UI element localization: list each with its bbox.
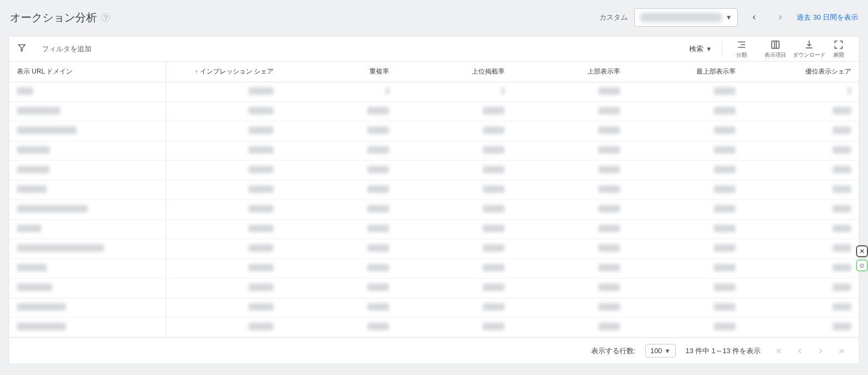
- table-row[interactable]: [9, 279, 859, 298]
- page-title: オークション分析: [10, 10, 97, 25]
- widget-close-icon[interactable]: ✕: [856, 245, 868, 257]
- cell-value: [628, 279, 743, 298]
- col-impr-share[interactable]: ↑インプレッション シェア: [166, 62, 282, 82]
- date-prev-button[interactable]: [744, 8, 764, 27]
- cell-value: [166, 82, 282, 102]
- table-row[interactable]: [9, 161, 859, 180]
- table-row[interactable]: [9, 141, 859, 161]
- cell-value: [281, 220, 397, 239]
- caret-down-icon: ▼: [706, 45, 712, 53]
- table-row[interactable]: [9, 259, 859, 279]
- cell-value: [628, 239, 743, 259]
- table-row[interactable]: [9, 102, 859, 122]
- date-range-select[interactable]: ▼: [634, 8, 738, 27]
- table-row[interactable]: [9, 122, 859, 141]
- date-range-value-hidden: [640, 13, 722, 22]
- cell-domain: [9, 161, 166, 180]
- cell-value: [743, 200, 859, 220]
- floating-widget[interactable]: ✕ ☺: [856, 245, 868, 271]
- col-abs-top[interactable]: 最上部表示率: [628, 62, 743, 82]
- cell-domain: [9, 259, 166, 279]
- cell-value: [512, 161, 628, 180]
- show-last-30-days-link[interactable]: 過去 30 日間を表示: [797, 13, 858, 22]
- download-label: ダウンロード: [793, 51, 825, 59]
- cell-value: [512, 82, 628, 102]
- cell-value: [281, 180, 397, 200]
- cell-value: [628, 220, 743, 239]
- cell-value: [166, 279, 282, 298]
- cell-value: [397, 102, 512, 122]
- date-next-button[interactable]: [770, 8, 790, 27]
- table-row[interactable]: [9, 318, 859, 337]
- date-mode-label: カスタム: [599, 13, 628, 22]
- search-dropdown[interactable]: 検索 ▼: [682, 44, 720, 54]
- segment-label: 分類: [736, 51, 747, 59]
- cell-value: [397, 239, 512, 259]
- cell-value: [397, 318, 512, 337]
- cell-value: [281, 200, 397, 220]
- cell-value: [166, 141, 282, 161]
- table-row[interactable]: [9, 200, 859, 220]
- col-domain[interactable]: 表示 URL ドメイン: [9, 62, 166, 82]
- cell-value: [628, 298, 743, 318]
- cell-value: [743, 161, 859, 180]
- page-first-button[interactable]: [770, 342, 788, 360]
- cell-value: [743, 318, 859, 337]
- cell-domain: [9, 318, 166, 337]
- cell-value: [397, 82, 512, 102]
- table-row[interactable]: [9, 220, 859, 239]
- rows-per-page-select[interactable]: 100 ▼: [645, 344, 676, 358]
- cell-domain: [9, 141, 166, 161]
- cell-value: [743, 239, 859, 259]
- cell-value: [166, 200, 282, 220]
- widget-smile-icon[interactable]: ☺: [856, 259, 868, 271]
- add-filter-button[interactable]: フィルタを追加: [42, 44, 92, 54]
- cell-value: [628, 122, 743, 141]
- cell-value: [281, 161, 397, 180]
- cell-value: [628, 102, 743, 122]
- cell-value: [512, 122, 628, 141]
- col-position-above[interactable]: 上位掲載率: [397, 62, 512, 82]
- cell-value: [166, 259, 282, 279]
- page-next-button[interactable]: [812, 342, 829, 360]
- columns-button[interactable]: 表示項目: [758, 39, 792, 59]
- cell-value: [166, 122, 282, 141]
- cell-value: [512, 279, 628, 298]
- rows-per-page-label: 表示する行数:: [591, 346, 636, 356]
- cell-value: [397, 141, 512, 161]
- cell-value: [166, 220, 282, 239]
- cell-value: [628, 318, 743, 337]
- page-range-text: 13 件中 1～13 件を表示: [685, 346, 761, 356]
- cell-value: [166, 239, 282, 259]
- col-top-of-page[interactable]: 上部表示率: [512, 62, 628, 82]
- table-row[interactable]: [9, 180, 859, 200]
- expand-button[interactable]: 展開: [826, 39, 851, 59]
- table-row[interactable]: [9, 298, 859, 318]
- cell-value: [281, 141, 397, 161]
- cell-value: [397, 161, 512, 180]
- page-prev-button[interactable]: [791, 342, 809, 360]
- sort-ascending-icon: ↑: [195, 68, 198, 75]
- help-icon[interactable]: ?: [101, 13, 110, 22]
- cell-value: [281, 259, 397, 279]
- page-last-button[interactable]: [833, 342, 850, 360]
- cell-domain: [9, 200, 166, 220]
- cell-value: [166, 161, 282, 180]
- cell-value: [281, 318, 397, 337]
- col-outranking-share[interactable]: 優位表示シェア: [743, 62, 859, 82]
- segment-button[interactable]: 分類: [725, 39, 758, 59]
- cell-domain: [9, 220, 166, 239]
- cell-value: [743, 220, 859, 239]
- cell-value: [397, 200, 512, 220]
- cell-value: [628, 180, 743, 200]
- download-button[interactable]: ダウンロード: [792, 39, 826, 59]
- cell-value: [397, 298, 512, 318]
- cell-domain: [9, 82, 166, 102]
- col-overlap-rate[interactable]: 重複率: [281, 62, 397, 82]
- filter-icon[interactable]: [17, 43, 27, 55]
- cell-value: [628, 82, 743, 102]
- svg-rect-0: [772, 41, 779, 48]
- cell-value: [166, 298, 282, 318]
- table-row[interactable]: [9, 82, 859, 102]
- table-row[interactable]: [9, 239, 859, 259]
